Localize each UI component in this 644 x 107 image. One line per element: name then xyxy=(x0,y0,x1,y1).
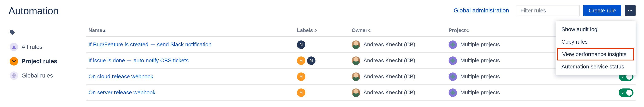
project-name: Multiple projects xyxy=(460,41,500,48)
label-chip[interactable]: N xyxy=(307,56,316,65)
menu-item-view-performance-insights[interactable]: View performance insights xyxy=(557,48,634,60)
table-row: If Bug/Feature is created ⸺ send Slack n… xyxy=(86,37,636,53)
sidebar-item-label: Global rules xyxy=(22,72,53,79)
label-chip[interactable]: R xyxy=(297,56,305,65)
labels-cell: RN xyxy=(297,56,316,65)
avatar xyxy=(352,88,360,97)
avatar xyxy=(352,72,360,81)
sort-ascending-icon: ▴ xyxy=(103,28,106,33)
project-cell: Multiple projects xyxy=(448,56,500,65)
owner-name: Andreas Knecht (CB) xyxy=(364,57,415,64)
sort-icon: ◇ xyxy=(466,28,470,33)
col-header-name-label: Name xyxy=(88,28,102,33)
svg-point-5 xyxy=(630,10,630,11)
table-row: On cloud release webhook R Andreas Knech… xyxy=(86,69,636,85)
sidebar-item-global-rules[interactable]: Global rules xyxy=(8,68,86,83)
globe-icon xyxy=(448,88,457,97)
avatar xyxy=(352,40,360,49)
more-actions-menu: Show audit logCopy rulesView performance… xyxy=(556,21,636,76)
sidebar-icon xyxy=(10,43,18,51)
project-name: Multiple projects xyxy=(460,73,500,80)
create-rule-button[interactable]: Create rule xyxy=(583,5,621,16)
more-actions-button[interactable] xyxy=(625,5,636,16)
svg-rect-1 xyxy=(15,60,16,61)
main-content: Global administration Create rule Show a… xyxy=(86,5,636,101)
owner-cell: Andreas Knecht (CB) xyxy=(352,88,415,97)
rule-name-link[interactable]: If Bug/Feature is created ⸺ send Slack n… xyxy=(88,41,212,48)
owner-cell: Andreas Knecht (CB) xyxy=(352,56,415,65)
label-chip[interactable]: R xyxy=(297,72,305,81)
col-header-owner[interactable]: Owner ◇ xyxy=(352,28,448,33)
sidebar-item-label: Project rules xyxy=(22,58,57,65)
project-cell: Multiple projects xyxy=(448,88,500,97)
svg-point-6 xyxy=(631,10,632,11)
topbar: Global administration Create rule Show a… xyxy=(86,5,636,16)
project-cell: Multiple projects xyxy=(448,40,500,49)
sidebar-icon xyxy=(10,57,18,66)
owner-cell: Andreas Knecht (CB) xyxy=(352,72,415,81)
menu-item-show-audit-log[interactable]: Show audit log xyxy=(556,23,636,36)
sidebar-icon xyxy=(10,72,18,80)
menu-item-copy-rules[interactable]: Copy rules xyxy=(556,36,636,48)
project-name: Multiple projects xyxy=(460,89,500,96)
globe-icon xyxy=(448,40,457,49)
rule-name-link[interactable]: If issue is done ⸺ auto notify CBS ticke… xyxy=(88,57,188,64)
project-cell: Multiple projects xyxy=(448,72,500,81)
filter-rules-input[interactable] xyxy=(516,5,580,16)
col-header-labels-label: Labels xyxy=(297,28,313,33)
enabled-toggle[interactable]: ✓ xyxy=(619,88,634,97)
rule-name-link[interactable]: On server release webhook xyxy=(88,89,156,96)
col-header-labels[interactable]: Labels ◇ xyxy=(297,28,352,33)
global-admin-link[interactable]: Global administration xyxy=(454,7,509,14)
labels-cell: R xyxy=(297,88,305,97)
sidebar-item-label: All rules xyxy=(22,44,42,50)
table-row: On server release webhook R Andreas Knec… xyxy=(86,85,636,101)
label-chip[interactable]: R xyxy=(297,88,305,97)
col-header-name[interactable]: Name ▴ xyxy=(86,28,297,33)
labels-cell: R xyxy=(297,72,305,81)
col-header-owner-label: Owner xyxy=(352,28,368,33)
owner-name: Andreas Knecht (CB) xyxy=(364,89,415,96)
owner-cell: Andreas Knecht (CB) xyxy=(352,40,415,49)
sidebar-item-all-rules[interactable]: All rules xyxy=(8,40,86,54)
col-header-project-label: Project xyxy=(448,28,466,33)
svg-rect-0 xyxy=(12,60,13,61)
sidebar: Automation All rules Project rules Globa… xyxy=(8,5,86,101)
project-name: Multiple projects xyxy=(460,57,500,64)
table-header: Name ▴ Labels ◇ Owner ◇ Project ◇ xyxy=(86,24,636,37)
menu-item-automation-service-status[interactable]: Automation service status xyxy=(556,60,636,73)
svg-rect-2 xyxy=(13,61,15,62)
page-title: Automation xyxy=(8,5,86,17)
avatar xyxy=(352,56,360,65)
owner-name: Andreas Knecht (CB) xyxy=(364,73,415,80)
sort-icon: ◇ xyxy=(314,28,317,33)
owner-name: Andreas Knecht (CB) xyxy=(364,41,415,48)
tag-icon xyxy=(9,29,86,36)
globe-icon xyxy=(448,56,457,65)
table-row: If issue is done ⸺ auto notify CBS ticke… xyxy=(86,53,636,69)
globe-icon xyxy=(448,72,457,81)
rule-name-link[interactable]: On cloud release webhook xyxy=(88,73,153,80)
svg-point-4 xyxy=(628,10,629,11)
sidebar-item-project-rules[interactable]: Project rules xyxy=(8,54,86,68)
sort-icon: ◇ xyxy=(368,28,371,33)
label-chip[interactable]: N xyxy=(297,40,305,49)
labels-cell: N xyxy=(297,40,305,49)
